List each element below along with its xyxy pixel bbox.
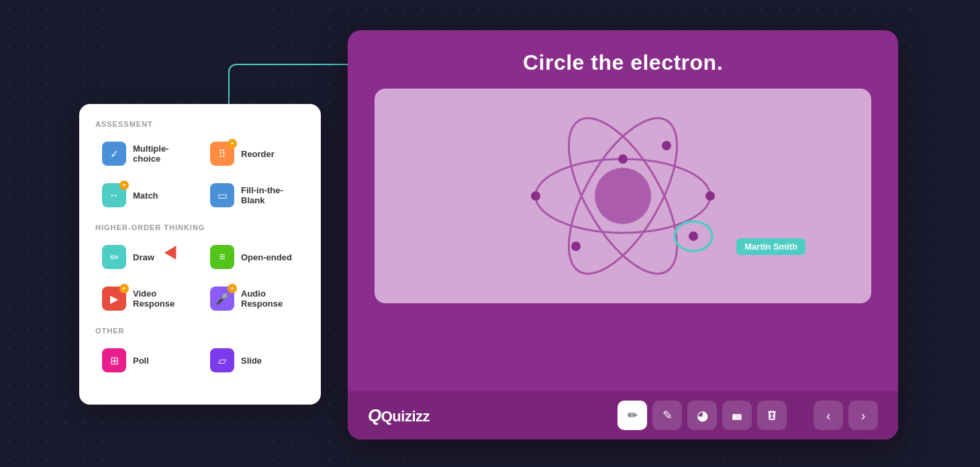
quiz-content-area: Martin Smith xyxy=(375,89,871,303)
poll-icon: ⊞ xyxy=(102,348,126,372)
svg-rect-12 xyxy=(732,414,736,420)
audio-response-label: Audio Response xyxy=(241,289,298,309)
pencil-tool-button[interactable]: ✎ xyxy=(652,401,682,430)
svg-rect-13 xyxy=(769,412,775,419)
assessment-grid: ✓ Multiple-choice ⠿ + Reorder ↔ + Match … xyxy=(95,136,305,213)
higher-order-grid: ✏ Draw ≡ Open-ended ▶ + Video Response 🎤… xyxy=(95,240,305,316)
toolbar-tools: ✏ ✎ ◕ xyxy=(618,401,787,430)
svg-point-9 xyxy=(689,231,698,241)
atom-diagram xyxy=(375,89,871,303)
atom-svg xyxy=(495,95,750,297)
svg-point-8 xyxy=(662,141,671,150)
match-icon: ↔ + xyxy=(102,183,126,207)
multiple-choice-label: Multiple-choice xyxy=(133,144,190,164)
reorder-icon: ⠿ + xyxy=(210,142,234,166)
question-type-poll[interactable]: ⊞ Poll xyxy=(95,343,197,378)
draw-icon: ✏ xyxy=(102,245,126,269)
fill-tool-button[interactable]: ◕ xyxy=(687,401,717,430)
slide-label: Slide xyxy=(241,356,262,366)
fill-blank-icon: ▭ xyxy=(210,183,234,207)
reorder-badge: + xyxy=(228,139,237,148)
multiple-choice-icon: ✓ xyxy=(102,142,126,166)
prev-button[interactable]: ‹ xyxy=(814,401,843,430)
match-badge: + xyxy=(119,180,129,190)
svg-point-4 xyxy=(531,191,540,201)
question-type-draw[interactable]: ✏ Draw xyxy=(95,240,197,274)
svg-point-6 xyxy=(705,191,715,201)
quiz-toolbar: QQuizizz ✏ ✎ ◕ xyxy=(348,391,898,439)
video-response-label: Video Response xyxy=(133,289,190,309)
question-type-slide[interactable]: ▱ Slide xyxy=(203,343,305,378)
pen-tool-button[interactable]: ✏ xyxy=(618,401,647,430)
question-type-fill-blank[interactable]: ▭ Fill-in-the-Blank xyxy=(203,178,305,213)
draw-label: Draw xyxy=(133,252,154,262)
reorder-label: Reorder xyxy=(241,149,275,159)
quiz-title: Circle the electron. xyxy=(375,50,871,75)
quiz-header: Circle the electron. xyxy=(348,30,898,89)
question-type-match[interactable]: ↔ + Match xyxy=(95,178,197,213)
open-ended-icon: ≡ xyxy=(210,245,234,269)
quizizz-logo: QQuizizz xyxy=(368,405,430,426)
section-label-assessment: ASSESSMENT xyxy=(95,120,305,128)
question-type-audio-response[interactable]: 🎤 + Audio Response xyxy=(203,281,305,316)
section-label-other: OTHER xyxy=(95,327,305,335)
slide-icon: ▱ xyxy=(210,348,234,372)
next-button[interactable]: › xyxy=(848,401,878,430)
quiz-card: Circle the electron. xyxy=(348,30,898,439)
question-type-panel: ASSESSMENT ✓ Multiple-choice ⠿ + Reorder… xyxy=(79,104,321,405)
eraser-tool-button[interactable] xyxy=(722,401,752,430)
trash-icon xyxy=(765,409,779,422)
question-type-reorder[interactable]: ⠿ + Reorder xyxy=(203,136,305,171)
question-type-video-response[interactable]: ▶ + Video Response xyxy=(95,281,197,316)
match-label: Match xyxy=(133,191,158,201)
svg-point-5 xyxy=(618,154,628,164)
student-label: Martin Smith xyxy=(736,238,805,255)
section-label-higher-order: HIGHER-ORDER THINKING xyxy=(95,223,305,231)
quizizz-logo-text: QQuizizz xyxy=(368,405,430,426)
video-response-icon: ▶ + xyxy=(102,287,126,311)
other-grid: ⊞ Poll ▱ Slide xyxy=(95,343,305,378)
poll-label: Poll xyxy=(133,356,149,366)
question-type-multiple-choice[interactable]: ✓ Multiple-choice xyxy=(95,136,197,171)
audio-response-icon: 🎤 + xyxy=(210,287,234,311)
fill-blank-label: Fill-in-the-Blank xyxy=(241,185,298,205)
audio-badge: + xyxy=(228,284,237,293)
open-ended-label: Open-ended xyxy=(241,252,292,262)
trash-tool-button[interactable] xyxy=(757,401,787,430)
nav-buttons: ‹ › xyxy=(814,401,878,430)
video-badge: + xyxy=(119,284,129,293)
question-type-open-ended[interactable]: ≡ Open-ended xyxy=(203,240,305,274)
svg-point-0 xyxy=(595,168,651,224)
eraser-icon xyxy=(730,409,744,422)
svg-point-7 xyxy=(571,242,581,251)
